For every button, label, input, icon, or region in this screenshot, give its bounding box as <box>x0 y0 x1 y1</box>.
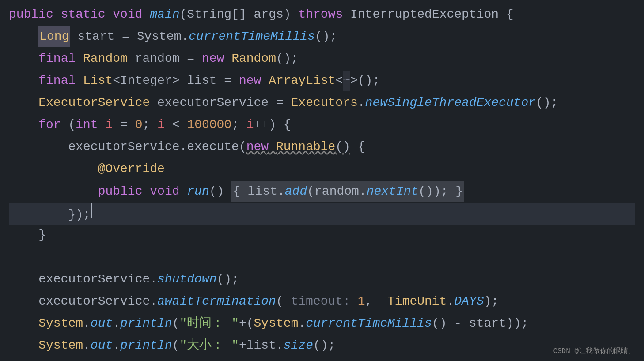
keyword-final2: final <box>38 71 76 91</box>
type-random-constructor: Random <box>231 49 276 69</box>
var-i2: i <box>157 115 165 135</box>
method-awaittermination: awaitTermination <box>157 291 276 312</box>
field-out: out <box>91 313 113 334</box>
num-0: 0 <box>135 115 143 135</box>
list-ref: list <box>248 184 277 198</box>
type-list: List <box>83 71 113 91</box>
type-arraylist: ArrayList <box>269 71 335 91</box>
code-line-13: executorService.shutdown(); <box>9 269 635 291</box>
code-line-14: executorService.awaitTermination( timeou… <box>9 291 635 313</box>
keyword-static: static <box>61 4 106 25</box>
type-random: Random <box>83 49 128 69</box>
diamond-op: ~ <box>343 71 350 91</box>
method-run: run <box>187 181 209 202</box>
num-1: 1 <box>358 291 365 312</box>
code-line-9: public void run() { list.add(random.next… <box>9 181 635 203</box>
code-line-8: @Override <box>9 159 635 181</box>
watermark: CSDN @让我做你的眼睛、 <box>553 346 635 356</box>
new-runnable: new Runnable() <box>246 137 350 157</box>
code-line-3: final Random random = new Random(); <box>9 49 635 71</box>
method-size: size <box>284 335 313 356</box>
keyword-final: final <box>38 49 76 69</box>
code-line-11: } <box>9 225 635 247</box>
keyword-void2: void <box>150 181 179 202</box>
field-days: DAYS <box>454 291 484 312</box>
param-timeout-label: timeout: <box>291 291 350 312</box>
run-body: { list.add(random.nextInt()); } <box>231 181 464 202</box>
method-newsinglethreadexecutor: newSingleThreadExecutor <box>365 93 536 113</box>
method-println: println <box>120 313 172 334</box>
code-line-6: for (int i = 0; i < 100000; i++) { <box>9 115 635 137</box>
keyword-new: new <box>202 49 224 69</box>
type-timeunit: TimeUnit <box>387 291 447 312</box>
type-executorservice: ExecutorService <box>38 93 150 113</box>
method-nextint: nextInt <box>367 184 419 198</box>
str-size: "大小： " <box>180 335 239 356</box>
method-currenttimemillis: currentTimeMillis <box>189 26 315 47</box>
type-long: Long <box>38 26 70 47</box>
code-editor: public static void main(String[] args) t… <box>0 0 644 361</box>
keyword-int: int <box>76 115 98 135</box>
type-executors: Executors <box>291 93 358 113</box>
method-main: main <box>150 4 179 25</box>
type-system: System <box>38 313 83 334</box>
var-i: i <box>105 115 113 135</box>
field-out2: out <box>91 335 113 356</box>
method-ctm2: currentTimeMillis <box>306 313 432 334</box>
code-line-16: System.out.println("大小： "+list.size(); <box>9 335 635 357</box>
keyword-void: void <box>113 4 142 25</box>
random-ref: random <box>314 184 359 198</box>
keyword-public2: public <box>98 181 143 202</box>
method-println2: println <box>120 335 172 356</box>
num-100000: 100000 <box>187 115 231 135</box>
keyword-public: public <box>9 4 53 25</box>
type-system3: System <box>38 335 83 356</box>
code-line-7: executorService.execute(new Runnable() { <box>9 137 635 159</box>
code-line-2: Long start = System.currentTimeMillis(); <box>9 26 635 49</box>
code-line-10: }); <box>9 203 635 225</box>
type-system2: System <box>254 313 299 334</box>
code-line-15: System.out.println("时间： "+(System.curren… <box>9 313 635 335</box>
annotation-override: @Override <box>98 159 165 179</box>
str-time: "时间： " <box>180 313 239 334</box>
keyword-for: for <box>38 115 61 135</box>
code-line-12 <box>9 247 635 269</box>
code-line-5: ExecutorService executorService = Execut… <box>9 93 635 115</box>
keyword-throws: throws <box>298 4 343 25</box>
code-line-1: public static void main(String[] args) t… <box>9 4 635 26</box>
text-cursor <box>91 203 92 218</box>
code-line-4: final List<Integer> list = new ArrayList… <box>9 71 635 93</box>
method-shutdown: shutdown <box>157 269 216 290</box>
keyword-new2: new <box>239 71 261 91</box>
var-i3: i <box>246 115 254 135</box>
code-block: public static void main(String[] args) t… <box>0 0 644 361</box>
method-add: add <box>285 184 307 198</box>
